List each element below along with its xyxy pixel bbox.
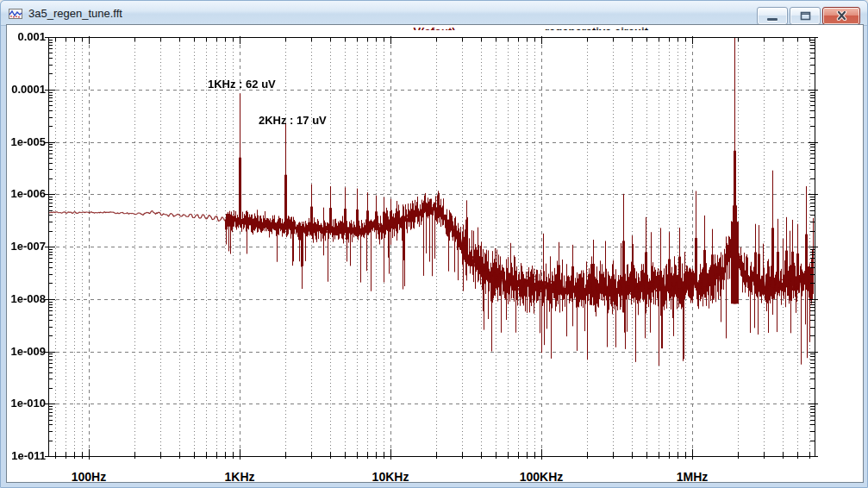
measurement-annotation: 2KHz : 17 uV [259,114,327,127]
y-tick-label: 1e-006 [7,187,46,200]
plot-pane: V(afout) --- regenerative circuit --- 0.… [7,25,863,482]
y-tick-label: 1e-008 [7,292,46,305]
y-tick-label: 1e-010 [7,397,46,410]
x-tick-label: 1KHz [224,470,254,484]
measurement-annotation: 1KHz : 62 uV [208,78,276,91]
y-tick-label: 0.001 [7,30,46,43]
x-tick-label: 1MHz [677,470,709,484]
x-tick-label: 100KHz [520,470,564,484]
fft-plot-canvas[interactable] [41,30,822,464]
y-tick-label: 1e-011 [7,449,46,462]
y-tick-label: 1e-005 [7,135,46,148]
y-tick-label: 0.0001 [7,83,46,96]
minimize-icon [767,18,777,21]
minimize-button[interactable] [757,7,788,25]
restore-button[interactable] [790,7,821,25]
x-tick-label: 10KHz [372,470,409,484]
window-controls [757,7,860,25]
close-button[interactable] [822,7,860,25]
ltspice-fft-window: 3a5_regen_tune.fft V(afout) --- regenera… [0,0,868,488]
y-tick-label: 1e-009 [7,345,46,358]
close-icon [835,11,848,21]
restore-icon [800,11,811,21]
titlebar[interactable]: 3a5_regen_tune.fft [1,1,867,26]
waveform-file-icon [9,7,22,21]
window-title: 3a5_regen_tune.fft [28,7,122,20]
x-tick-label: 100Hz [72,470,106,484]
y-tick-label: 1e-007 [7,240,46,253]
